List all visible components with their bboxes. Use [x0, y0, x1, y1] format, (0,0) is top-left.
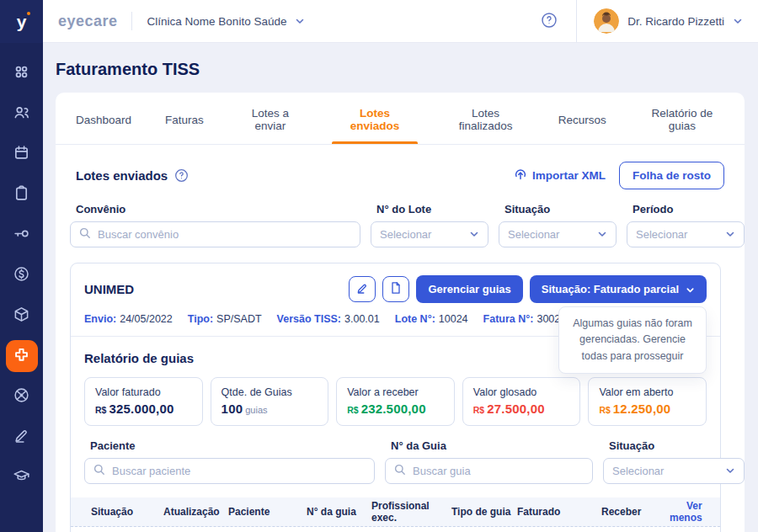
- stat-valor-a-receber: Valor a receber R$232.500,00: [336, 377, 455, 426]
- patient-search-input[interactable]: [112, 465, 366, 477]
- sidebar-nav: [6, 53, 38, 497]
- app-logo[interactable]: y: [0, 0, 43, 43]
- situacao-select[interactable]: Selecionar: [499, 221, 617, 247]
- clipboard-icon: [13, 185, 29, 205]
- tiss-cross-icon: [13, 347, 29, 366]
- stat-suffix: guias: [245, 405, 267, 415]
- help-icon: [541, 12, 558, 31]
- stat-qtde-guias: Qtde. de Guias 100guias: [211, 377, 329, 426]
- import-xml-button[interactable]: Importar XML: [514, 168, 606, 184]
- table-header-row: Situação Atualização Paciente N° da guia…: [71, 497, 720, 527]
- convenio-search-field: [70, 221, 360, 247]
- edit-lot-button[interactable]: [349, 276, 376, 302]
- guide-search-input[interactable]: [413, 465, 584, 477]
- sidebar-item-calendar[interactable]: [6, 138, 38, 170]
- meta-label: Fatura N°:: [483, 313, 534, 325]
- sidebar-item-network[interactable]: [6, 380, 38, 412]
- col-profissional: Profissional exec.: [371, 500, 451, 524]
- chevron-down-icon: [725, 464, 735, 479]
- document-button[interactable]: [382, 276, 409, 302]
- file-icon: [389, 281, 403, 297]
- patients-icon: [13, 104, 29, 124]
- currency-prefix: R$: [95, 405, 106, 415]
- import-xml-label: Importar XML: [532, 169, 606, 182]
- currency-prefix: R$: [599, 405, 610, 415]
- sidebar-item-inventory[interactable]: [6, 300, 38, 332]
- clinic-name: Clínica Nome Bonito Saúde: [147, 15, 287, 28]
- network-icon: [13, 387, 29, 407]
- sidebar-item-tiss-billing[interactable]: [6, 340, 38, 372]
- manage-guides-button[interactable]: Gerenciar guias: [416, 275, 522, 303]
- patient-search-field: [84, 458, 375, 484]
- apps-icon: [13, 64, 29, 83]
- topbar: eyecare Clínica Nome Bonito Saúde Dr. Ri…: [43, 0, 758, 43]
- tab-lotes-finalizados[interactable]: Lotes finalizados: [446, 93, 525, 144]
- sidebar-item-records[interactable]: [6, 178, 38, 210]
- meta-label: Lote N°:: [395, 313, 435, 325]
- sidebar-item-patients[interactable]: [6, 98, 38, 130]
- chevron-down-icon: [295, 16, 305, 26]
- filter-label: Situação: [609, 439, 745, 452]
- stat-value: 325.000,00: [109, 402, 173, 416]
- convenio-search-input[interactable]: [98, 228, 351, 241]
- chevron-down-icon: [469, 227, 479, 242]
- chevron-down-icon: [733, 16, 743, 26]
- sidebar-item-access[interactable]: [6, 219, 38, 251]
- guide-situacao-select[interactable]: Selecionar: [603, 458, 745, 484]
- sidebar-item-education[interactable]: [6, 461, 38, 493]
- clinic-selector[interactable]: Clínica Nome Bonito Saúde: [147, 15, 306, 28]
- inventory-box-icon: [13, 306, 29, 326]
- edit-pencil-icon: [13, 428, 29, 447]
- filter-label: Situação: [504, 203, 617, 215]
- finance-icon: [13, 266, 29, 285]
- ver-menos-toggle[interactable]: Ver menos: [670, 500, 724, 524]
- col-situacao: Situação: [91, 506, 163, 518]
- filter-label: N° da Guia: [391, 439, 593, 452]
- currency-prefix: R$: [347, 405, 358, 415]
- tab-dashboard[interactable]: Dashboard: [76, 93, 131, 144]
- tab-lotes-a-enviar[interactable]: Lotes a enviar: [238, 93, 303, 144]
- stat-label: Valor em aberto: [599, 386, 696, 398]
- col-tipo-de-guia: Tipo de guia: [451, 506, 517, 518]
- access-key-icon: [13, 226, 29, 245]
- tab-recursos[interactable]: Recursos: [558, 93, 606, 144]
- upload-icon: [514, 168, 527, 184]
- stat-value: 27.500,00: [487, 402, 545, 416]
- sidebar-item-apps[interactable]: [6, 57, 38, 89]
- filter-label: Período: [633, 203, 745, 215]
- stat-value: 232.500,00: [361, 402, 426, 416]
- stat-label: Qtde. de Guias: [222, 386, 318, 398]
- tab-lotes-enviados[interactable]: Lotes enviados: [337, 93, 413, 144]
- meta-value: 10024: [439, 313, 468, 325]
- meta-value: 24/05/2022: [120, 313, 173, 325]
- sidebar-item-finance[interactable]: [6, 259, 38, 291]
- sidebar-item-edit[interactable]: [6, 421, 38, 453]
- periodo-select[interactable]: Selecionar: [627, 221, 745, 247]
- help-button[interactable]: [541, 12, 558, 31]
- cover-sheet-button[interactable]: Folha de rosto: [619, 162, 724, 189]
- select-value: Selecionar: [380, 228, 431, 241]
- main-content: Faturamento TISS Dashboard Faturas Lotes…: [43, 43, 758, 532]
- tab-relatorio-de-guias[interactable]: Relatório de guias: [640, 93, 724, 144]
- chevron-down-icon: [597, 227, 607, 242]
- filter-label: N° do Lote: [376, 203, 488, 215]
- lot-status-label: Situação: Faturado parcial: [542, 283, 679, 295]
- meta-label: Versão TISS:: [277, 313, 341, 325]
- col-atualizacao: Atualização: [163, 506, 228, 518]
- lote-select[interactable]: Selecionar: [371, 221, 488, 247]
- education-cap-icon: [13, 468, 29, 487]
- guides-table: Situação Atualização Paciente N° da guia…: [71, 497, 720, 532]
- lot-status-dropdown[interactable]: Situação: Faturado parcial: [530, 275, 707, 303]
- tab-faturas[interactable]: Faturas: [165, 93, 204, 144]
- select-value: Selecionar: [508, 228, 559, 241]
- user-menu[interactable]: Dr. Ricardo Pizzetti: [577, 0, 743, 42]
- filter-label: Paciente: [90, 439, 375, 452]
- stat-label: Valor a receber: [347, 386, 444, 398]
- search-icon: [79, 227, 91, 242]
- stat-valor-faturado: Valor faturado R$325.000,00: [84, 377, 203, 426]
- stat-label: Valor glosado: [473, 386, 570, 398]
- help-icon[interactable]: [174, 168, 189, 183]
- meta-value: SP/SADT: [216, 313, 262, 325]
- divider: [131, 12, 132, 30]
- currency-prefix: R$: [473, 405, 484, 415]
